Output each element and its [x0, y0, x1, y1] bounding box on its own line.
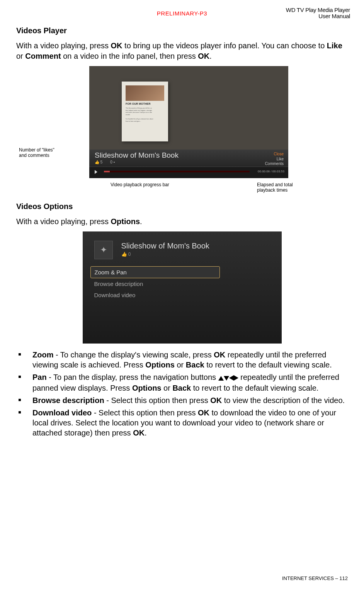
bold-like: Like — [327, 41, 342, 50]
figure1-wrapper: Number of "likes" and comments FOR OUR M… — [47, 66, 317, 197]
bold: OK — [198, 408, 209, 417]
text: on a video in the info panel, then press — [61, 52, 198, 60]
bullet-title: Browse description — [32, 396, 104, 405]
bullet-browse-description: Browse description - Select this option … — [16, 395, 348, 405]
figure1-caption-likes: Number of "likes" and comments — [19, 147, 61, 158]
bold: Back — [186, 361, 204, 369]
bullet-download-video: Download video - Select this option then… — [16, 408, 348, 438]
likes-count: 5 — [100, 160, 103, 164]
text: - Select this option then press — [92, 408, 198, 417]
page-footer: INTERNET SERVICES – 112 — [282, 575, 348, 581]
bold: Back — [172, 384, 191, 392]
progress-bar-fill — [104, 171, 110, 172]
figure2-count: 👍 0 — [121, 252, 131, 257]
likes-count: 0 — [128, 252, 131, 257]
figure2-screenshot: ✦ Slideshow of Mom's Book 👍 0 Zoom & Pan… — [83, 231, 282, 344]
bold-ok: OK — [111, 41, 122, 50]
text: to bring up the videos player info panel… — [122, 41, 327, 50]
figure1-video-area: FOR OUR MOTHER The thousands of things y… — [89, 66, 288, 150]
doc-title-line1: WD TV Play Media Player — [286, 7, 350, 13]
arrow-right-icon — [234, 375, 238, 381]
text: or — [16, 52, 25, 60]
arrow-up-icon — [218, 376, 224, 381]
text: With a video playing, press — [16, 41, 111, 50]
bold-comment: Comment — [25, 52, 61, 60]
section2-heading: Videos Options — [16, 202, 348, 211]
figure2-option-zoom-pan: Zoom & Pan — [90, 266, 220, 278]
figure1-card-photo — [126, 85, 164, 101]
comment-icon: ▪ — [114, 160, 115, 164]
figure2-thumbnail: ✦ — [94, 241, 113, 259]
doc-title-line2: User Manual — [286, 13, 350, 19]
figure1-counts: 👍 5 0 ▪ — [95, 160, 115, 164]
comments-count: 0 — [110, 160, 112, 164]
section1-heading: Videos Player — [16, 26, 348, 35]
text: or — [175, 361, 186, 369]
text: . — [145, 429, 147, 437]
bold: OK — [210, 396, 222, 405]
bullet-title: Zoom — [32, 350, 53, 359]
figure1-video-title: Slideshow of Mom's Book — [95, 151, 179, 160]
figure1-progress-bar-area: 00.00.06 / 00.03.53 — [89, 167, 288, 178]
bold: Options — [132, 384, 162, 392]
preliminary-stamp: PRELIMINARY-P3 — [157, 10, 207, 17]
play-icon — [95, 170, 97, 174]
text: to revert to the default viewing scale. — [191, 384, 318, 392]
figure1-comments-label: Comments — [265, 162, 284, 166]
bullet-list: Zoom - To change the display's viewing s… — [16, 350, 348, 438]
bold-ok: OK — [198, 52, 209, 60]
figure1-time: 00.00.06 / 00.03.53 — [258, 170, 284, 173]
bullet-title: Pan — [32, 373, 47, 381]
section1-paragraph: With a video playing, press OK to bring … — [16, 41, 348, 61]
text: or — [161, 384, 172, 392]
figure1-slide-card: FOR OUR MOTHER The thousands of things y… — [122, 82, 168, 141]
footer-sep: – — [334, 575, 339, 581]
figure1-card-text: The thousands of things you did for usth… — [126, 107, 164, 122]
footer-page-number: 112 — [339, 575, 348, 581]
figure2-options-list: Zoom & Pan Browse description Download v… — [90, 266, 220, 301]
doc-title: WD TV Play Media Player User Manual — [286, 7, 350, 19]
thumbnail-icon: ✦ — [100, 245, 107, 255]
footer-section: INTERNET SERVICES — [282, 575, 334, 581]
figure1-close-label: Close — [274, 152, 284, 156]
progress-bar-track — [104, 171, 250, 172]
bold: OK — [133, 429, 145, 437]
text: - To pan the display, press the navigati… — [47, 373, 218, 381]
figure2-option-browse: Browse description — [90, 278, 220, 289]
bold-options: Options — [111, 217, 140, 226]
figure1-caption-time: Elapsed and total playback times — [257, 182, 307, 193]
figure1-screenshot: FOR OUR MOTHER The thousands of things y… — [89, 66, 288, 178]
figure1-caption-progress: Video playback progress bar — [111, 182, 169, 187]
figure2-title: Slideshow of Mom's Book — [121, 242, 209, 250]
bullet-zoom: Zoom - To change the display's viewing s… — [16, 350, 348, 370]
bullet-title: Download video — [32, 408, 92, 417]
text: - To change the display's viewing scale,… — [53, 350, 214, 359]
text: With a video playing, press — [16, 217, 111, 226]
bold: OK — [214, 350, 225, 359]
text: . — [209, 52, 212, 60]
text: to view the description of the video. — [222, 396, 345, 405]
section2-paragraph: With a video playing, press Options. — [16, 216, 348, 227]
figure1-like-label: Like — [277, 157, 284, 161]
thumb-up-icon: 👍 — [95, 160, 99, 164]
arrow-down-icon — [224, 376, 229, 381]
figure2-option-download: Download video — [90, 289, 220, 301]
figure1-card-title: FOR OUR MOTHER — [126, 102, 151, 105]
navigation-arrows-icon — [218, 373, 238, 383]
text: . — [140, 217, 142, 226]
text: to revert to the default viewing scale. — [204, 361, 332, 369]
figure1-info-strip: Slideshow of Mom's Book 👍 5 0 ▪ Close Li… — [89, 150, 288, 167]
bold: Options — [145, 361, 175, 369]
bullet-pan: Pan - To pan the display, press the navi… — [16, 372, 348, 393]
text: - Select this option then press — [104, 396, 211, 405]
arrow-left-icon — [229, 375, 234, 381]
